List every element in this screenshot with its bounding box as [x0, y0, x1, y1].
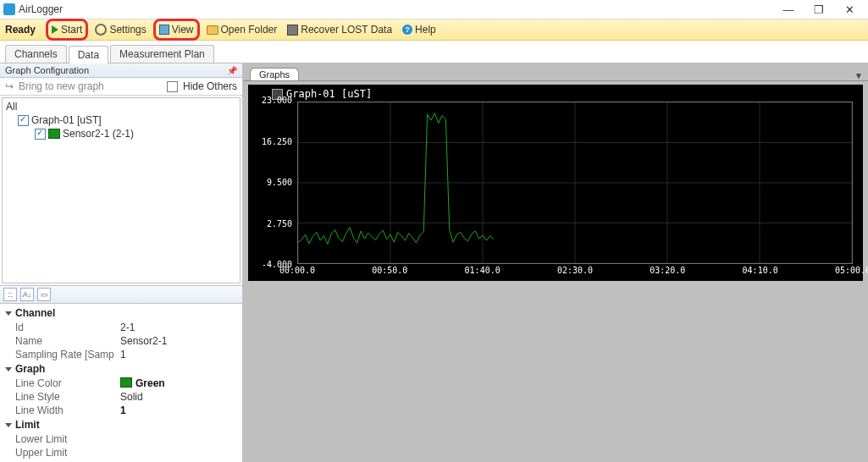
color-swatch-icon: [120, 377, 132, 388]
left-panel: Graph Configuration 📌 ↪ Bring to new gra…: [0, 63, 243, 462]
prop-sr-key: Sampling Rate [Samp: [15, 349, 120, 360]
status-ready: Ready: [5, 24, 36, 36]
settings-label: Settings: [109, 24, 146, 36]
graph-config-title: Graph Configuration: [5, 65, 89, 75]
app-title: AirLogger: [19, 3, 773, 15]
tab-channels[interactable]: Channels: [5, 45, 67, 63]
settings-button[interactable]: Settings: [91, 21, 149, 38]
x-axis-labels: 00:00.000:50.001:40.002:30.003:20.004:10…: [297, 266, 853, 278]
group-graph[interactable]: Graph: [0, 361, 242, 377]
tree-graph-01-label: Graph-01 [uST]: [31, 114, 102, 126]
open-folder-label: Open Folder: [221, 24, 278, 36]
tab-measurement-plan[interactable]: Measurement Plan: [110, 45, 214, 63]
tab-graphs[interactable]: Graphs: [250, 68, 299, 80]
chart-area: Graph-01 [uST] 23.00016.2509.5002.750-4.…: [248, 85, 863, 281]
bring-label[interactable]: Bring to new graph: [19, 80, 104, 92]
prop-upper-limit[interactable]: Upper Limit: [0, 446, 242, 459]
y-tick-label: 9.500: [267, 178, 292, 187]
bring-icon: ↪: [5, 80, 14, 92]
graph-tabs-dropdown-icon[interactable]: ▼: [854, 71, 863, 80]
close-button[interactable]: ✕: [834, 3, 865, 16]
chart-plot[interactable]: [297, 102, 853, 264]
bring-to-new-graph-row: ↪ Bring to new graph Hide Others: [0, 78, 242, 96]
x-tick-label: 01:40.0: [465, 266, 500, 275]
app-icon: [3, 3, 15, 15]
group-limit-label: Limit: [15, 419, 40, 431]
open-folder-button[interactable]: Open Folder: [203, 21, 281, 38]
prop-name[interactable]: NameSensor2-1: [0, 334, 242, 348]
prop-lower-key: Lower Limit: [15, 433, 120, 445]
disk-icon: [287, 25, 298, 36]
tree-sensor[interactable]: Sensor2-1 (2-1): [6, 127, 236, 140]
hide-others-checkbox[interactable]: [167, 81, 178, 92]
graph-tree[interactable]: All Graph-01 [uST] Sensor2-1 (2-1): [2, 97, 240, 283]
folder-icon: [207, 25, 218, 35]
x-tick-label: 05:00.0: [835, 266, 868, 275]
prop-width-value: 1: [120, 404, 126, 416]
group-channel-label: Channel: [15, 307, 55, 319]
y-tick-label: 16.250: [262, 136, 292, 146]
main-toolbar: Ready Start Settings View Open Folder Re…: [0, 19, 868, 41]
prop-upper-key: Upper Limit: [15, 447, 120, 459]
prop-width-key: Line Width: [15, 404, 120, 416]
y-tick-label: 2.750: [267, 218, 292, 228]
x-tick-label: 00:00.0: [279, 266, 315, 275]
prop-id-value: 2-1: [120, 322, 135, 333]
categorized-icon[interactable]: ::: [3, 288, 17, 301]
tree-graph-01[interactable]: Graph-01 [uST]: [6, 113, 236, 127]
prop-id[interactable]: Id2-1: [0, 321, 242, 334]
group-graph-label: Graph: [15, 363, 45, 375]
group-limit[interactable]: Limit: [0, 417, 242, 432]
window-titlebar: AirLogger — ❐ ✕: [0, 0, 868, 19]
checkbox-icon[interactable]: [18, 115, 29, 126]
prop-name-value: Sensor2-1: [120, 335, 167, 347]
pin-icon[interactable]: 📌: [227, 66, 237, 75]
minimize-button[interactable]: —: [773, 3, 804, 16]
hide-others-label: Hide Others: [183, 80, 237, 92]
y-tick-label: 23.000: [262, 96, 292, 105]
gear-icon: [95, 24, 107, 36]
tree-all[interactable]: All: [6, 100, 236, 113]
tree-all-label: All: [6, 101, 17, 113]
help-label: Help: [415, 24, 436, 36]
recover-button[interactable]: Recover LOST Data: [284, 21, 395, 38]
top-tabs: Channels Data Measurement Plan: [0, 41, 868, 63]
view-icon: [159, 25, 169, 35]
prop-color-value: Green: [135, 377, 165, 389]
y-axis-labels: 23.00016.2509.5002.750-4.000: [253, 100, 294, 264]
property-grid: Channel Id2-1 NameSensor2-1 Sampling Rat…: [0, 304, 242, 462]
help-icon: ?: [402, 25, 412, 35]
view-button[interactable]: View: [153, 19, 200, 41]
prop-line-color[interactable]: Line ColorGreen: [0, 377, 242, 390]
graph-config-header: Graph Configuration 📌: [0, 63, 242, 78]
prop-sr-value: 1: [120, 349, 126, 360]
prop-style-value: Solid: [120, 391, 143, 403]
prop-lower-limit[interactable]: Lower Limit: [0, 432, 242, 446]
property-toolbar: :: A↓ ▭: [0, 285, 242, 304]
prop-style-key: Line Style: [15, 391, 120, 403]
x-tick-label: 03:20.0: [650, 266, 685, 275]
color-swatch-icon: [48, 129, 60, 139]
prop-sampling-rate[interactable]: Sampling Rate [Samp1: [0, 348, 242, 361]
prop-id-key: Id: [15, 322, 120, 333]
tab-data[interactable]: Data: [69, 46, 108, 63]
graph-tabs: Graphs ▼: [243, 63, 868, 81]
alphabetical-icon[interactable]: A↓: [20, 288, 34, 301]
start-button[interactable]: Start: [46, 19, 88, 41]
maximize-button[interactable]: ❐: [804, 3, 834, 16]
caret-down-icon: [5, 311, 12, 316]
prop-line-style[interactable]: Line StyleSolid: [0, 390, 242, 404]
view-label: View: [172, 24, 194, 36]
start-label: Start: [61, 24, 82, 36]
x-tick-label: 02:30.0: [557, 266, 593, 275]
checkbox-icon[interactable]: [35, 129, 46, 140]
help-button[interactable]: ? Help: [399, 21, 440, 38]
recover-label: Recover LOST Data: [301, 24, 392, 36]
propgrid-misc-icon[interactable]: ▭: [37, 288, 51, 301]
right-panel: Graphs ▼ Graph-01 [uST] 23.00016.2509.50…: [243, 63, 868, 462]
x-tick-label: 00:50.0: [372, 266, 407, 275]
caret-down-icon: [5, 367, 12, 371]
prop-color-key: Line Color: [15, 377, 120, 389]
group-channel[interactable]: Channel: [0, 305, 242, 321]
prop-line-width[interactable]: Line Width1: [0, 404, 242, 417]
